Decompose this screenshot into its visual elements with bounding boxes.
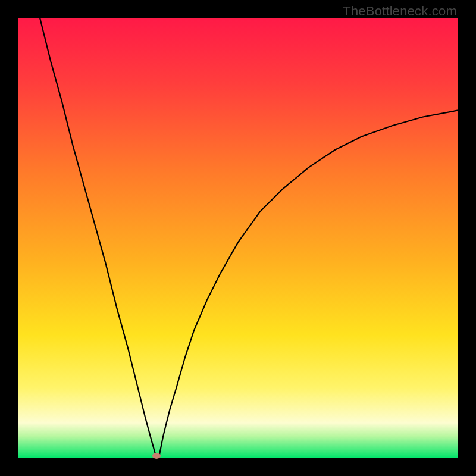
chart-frame: TheBottleneck.com xyxy=(0,0,476,476)
plot-area xyxy=(18,18,458,458)
curve-left-arm xyxy=(40,18,156,458)
watermark-text: TheBottleneck.com xyxy=(343,4,457,19)
curve-right-arm xyxy=(159,110,458,458)
minimum-marker xyxy=(152,453,161,459)
bottleneck-curve xyxy=(18,18,458,458)
